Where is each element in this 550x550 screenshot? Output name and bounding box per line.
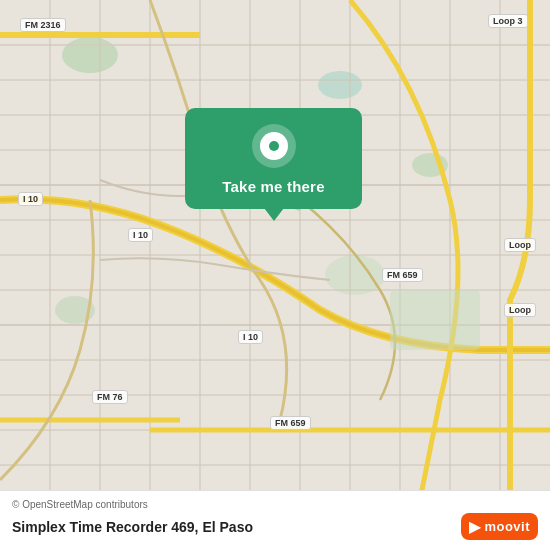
map-svg	[0, 0, 550, 550]
take-me-there-label: Take me there	[222, 178, 324, 195]
svg-point-1	[62, 37, 118, 73]
road-label-i10-mid: I 10	[128, 228, 153, 242]
road-label-i10-bottom: I 10	[238, 330, 263, 344]
take-me-there-card[interactable]: Take me there	[185, 108, 362, 209]
moovit-logo[interactable]: ▶ moovit	[461, 513, 538, 540]
road-label-loop-right1: Loop	[504, 238, 536, 252]
location-icon-outer	[252, 124, 296, 168]
road-label-fm2316: FM 2316	[20, 18, 66, 32]
attribution-text: © OpenStreetMap contributors	[12, 499, 538, 510]
road-label-fm659-bottom: FM 659	[270, 416, 311, 430]
location-icon-inner	[260, 132, 288, 160]
map-container: FM 2316 Loop 3 I 10 I 10 FM 659 Loop Loo…	[0, 0, 550, 550]
road-label-fm659-right: FM 659	[382, 268, 423, 282]
svg-point-2	[318, 71, 362, 99]
svg-rect-29	[390, 290, 480, 350]
road-label-fm76: FM 76	[92, 390, 128, 404]
moovit-play-icon: ▶	[469, 517, 481, 536]
location-dot	[269, 141, 279, 151]
road-label-loop-right2: Loop	[504, 303, 536, 317]
location-name: Simplex Time Recorder 469, El Paso	[12, 519, 253, 535]
svg-rect-0	[0, 0, 550, 550]
moovit-text: moovit	[484, 519, 530, 534]
svg-point-4	[325, 255, 385, 295]
bottom-bar: © OpenStreetMap contributors Simplex Tim…	[0, 490, 550, 550]
road-label-loop3-top: Loop 3	[488, 14, 528, 28]
road-label-i10-left: I 10	[18, 192, 43, 206]
